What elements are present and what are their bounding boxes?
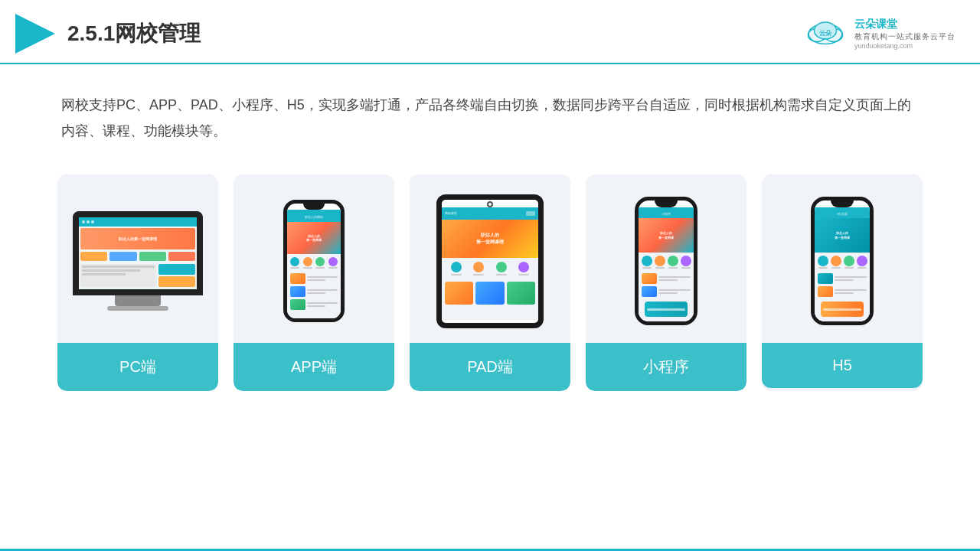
card-image-h5: H5页面 职达人的第一堂网课 <box>762 174 923 343</box>
phone-miniprogram-icon: 小程序 职达人的第一堂网课 <box>635 197 697 325</box>
card-label-pad: PAD端 <box>410 343 570 391</box>
card-label-pc: PC端 <box>57 343 218 391</box>
cards-container: 职达人的第一堂网课理 <box>0 159 980 406</box>
page-title: 2.5.1网校管理 <box>67 19 201 48</box>
card-label-h5: H5 <box>762 343 923 388</box>
card-image-pad: 网校课堂 职达人的第一堂网课理 <box>410 174 570 343</box>
logo-main-text: 云朵课堂 <box>854 18 897 31</box>
card-label-miniprogram: 小程序 <box>586 343 746 391</box>
logo-text: 云朵课堂 教育机构一站式服务云平台 yunduoketang.com <box>854 18 956 50</box>
card-label-app: APP端 <box>234 343 394 391</box>
logo-cloud-icon: 云朵 <box>802 18 848 49</box>
card-pad: 网校课堂 职达人的第一堂网课理 <box>410 174 570 391</box>
card-image-pc: 职达人的第一堂网课理 <box>57 174 218 343</box>
svg-marker-0 <box>15 14 55 54</box>
logo-url: yunduoketang.com <box>854 42 913 50</box>
header-left: 2.5.1网校管理 <box>15 14 201 54</box>
svg-text:云朵: 云朵 <box>819 30 832 37</box>
tablet-pad-icon: 网校课堂 职达人的第一堂网课理 <box>436 194 544 328</box>
card-image-miniprogram: 小程序 职达人的第一堂网课 <box>586 174 746 343</box>
card-miniprogram: 小程序 职达人的第一堂网课 <box>586 174 746 391</box>
card-app: 职达人的网校 职达人的第一堂网课 <box>234 174 394 391</box>
play-icon <box>15 14 55 54</box>
phone-app-icon: 职达人的网校 职达人的第一堂网课 <box>283 200 345 322</box>
logo-area: 云朵 云朵课堂 教育机构一站式服务云平台 yunduoketang.com <box>802 18 956 50</box>
pc-monitor-icon: 职达人的第一堂网课理 <box>73 211 203 311</box>
card-image-app: 职达人的网校 职达人的第一堂网课 <box>234 174 394 343</box>
card-h5: H5页面 职达人的第一堂网课 <box>762 174 923 391</box>
header: 2.5.1网校管理 云朵 云朵课堂 教育机构一站式服务云平台 yunduoket… <box>0 0 980 64</box>
card-pc: 职达人的第一堂网课理 <box>57 174 218 391</box>
phone-h5-icon: H5页面 职达人的第一堂网课 <box>811 197 874 325</box>
logo-tagline: 教育机构一站式服务云平台 <box>854 31 956 42</box>
description-text: 网校支持PC、APP、PAD、小程序、H5，实现多端打通，产品各终端自由切换，数… <box>0 64 980 159</box>
